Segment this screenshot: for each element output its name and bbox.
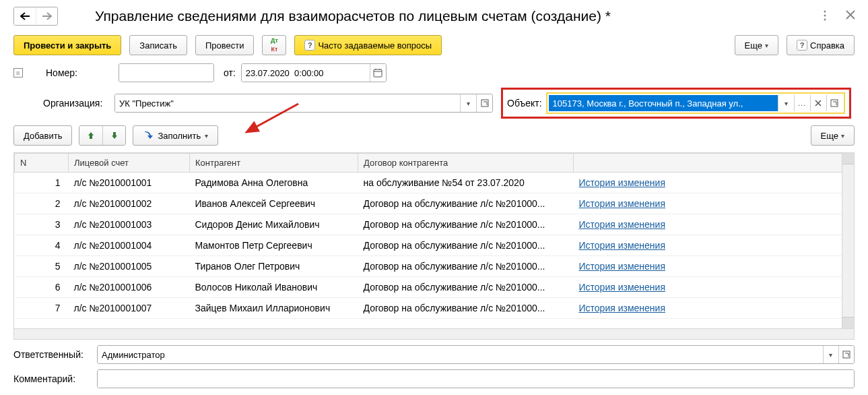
table-row[interactable]: 7л/с №2010001007Зайцев Михаил Илларионов… bbox=[15, 298, 854, 319]
cell-n: 1 bbox=[15, 173, 69, 193]
history-link[interactable]: История изменения bbox=[579, 198, 665, 209]
add-button[interactable]: Добавить bbox=[13, 125, 72, 146]
svg-point-2 bbox=[824, 19, 826, 21]
comment-field[interactable] bbox=[98, 370, 854, 388]
cell-account: л/с №2010001006 bbox=[69, 277, 190, 298]
cell-counterparty: Радимова Анна Олеговна bbox=[190, 173, 358, 193]
cell-history: История изменения bbox=[574, 173, 854, 193]
dt-label: Дт bbox=[271, 38, 278, 44]
history-link[interactable]: История изменения bbox=[579, 219, 665, 230]
responsible-open-button[interactable] bbox=[838, 346, 854, 363]
post-and-close-button[interactable]: Провести и закрыть bbox=[13, 35, 121, 55]
forward-button[interactable] bbox=[36, 7, 57, 25]
cell-account: л/с №2010001001 bbox=[69, 173, 190, 193]
org-field[interactable] bbox=[115, 94, 460, 112]
arrow-left-icon bbox=[20, 12, 30, 20]
vertical-scrollbar[interactable] bbox=[842, 153, 854, 328]
col-header-history[interactable] bbox=[574, 154, 854, 173]
question-icon: ? bbox=[797, 40, 807, 51]
org-open-button[interactable] bbox=[476, 94, 492, 112]
comment-field-group bbox=[97, 369, 855, 388]
object-label: Объект: bbox=[507, 98, 542, 109]
date-field[interactable] bbox=[242, 64, 370, 82]
post-button[interactable]: Провести bbox=[195, 35, 255, 55]
history-link[interactable]: История изменения bbox=[579, 240, 665, 251]
table-row[interactable]: 5л/с №2010001005Тиранов Олег ПетровичДог… bbox=[15, 256, 854, 277]
number-label: Номер: bbox=[46, 67, 79, 78]
arrow-right-icon bbox=[42, 12, 53, 20]
table-row[interactable]: 6л/с №2010001006Волосов Николай Иванович… bbox=[15, 277, 854, 298]
horizontal-scrollbar[interactable] bbox=[13, 329, 855, 340]
col-header-contract[interactable]: Договор контрагента bbox=[358, 154, 574, 173]
cell-n: 3 bbox=[15, 214, 69, 235]
cell-history: История изменения bbox=[574, 298, 854, 319]
chevron-down-icon: ▾ bbox=[841, 132, 844, 140]
dtkt-button[interactable]: Дт Кт bbox=[262, 35, 286, 55]
object-field[interactable] bbox=[549, 95, 778, 111]
object-field-wrap: ▾ ... bbox=[546, 92, 845, 114]
faq-button[interactable]: ? Часто задаваемые вопросы bbox=[294, 35, 442, 55]
move-buttons bbox=[79, 125, 126, 146]
cell-counterparty: Волосов Николай Иванович bbox=[190, 277, 358, 298]
faq-label: Часто задаваемые вопросы bbox=[318, 40, 432, 51]
nav-buttons bbox=[13, 7, 58, 26]
col-header-account[interactable]: Лицевой счет bbox=[69, 154, 190, 173]
cell-n: 6 bbox=[15, 277, 69, 298]
responsible-label: Ответственный: bbox=[13, 349, 93, 360]
table-row[interactable]: 3л/с №2010001003Сидоров Денис Михайлович… bbox=[15, 214, 854, 235]
object-highlight-box: Объект: ▾ ... bbox=[501, 88, 851, 119]
cell-account: л/с №2010001007 bbox=[69, 298, 190, 319]
table-row[interactable]: 2л/с №2010001002Иванов Алексей Сергеевич… bbox=[15, 193, 854, 214]
history-link[interactable]: История изменения bbox=[579, 282, 665, 293]
object-clear-button[interactable] bbox=[810, 95, 826, 111]
cell-contract: на обслуживание №54 от 23.07.2020 bbox=[358, 173, 574, 193]
open-icon bbox=[481, 99, 489, 107]
table-row[interactable]: 4л/с №2010001004Мамонтов Петр СергеевичД… bbox=[15, 235, 854, 256]
cell-contract: Договор на обслуживание л/с №201000... bbox=[358, 235, 574, 256]
history-link[interactable]: История изменения bbox=[579, 261, 665, 272]
cell-history: История изменения bbox=[574, 277, 854, 298]
cell-n: 2 bbox=[15, 193, 69, 214]
object-dropdown-button[interactable]: ▾ bbox=[778, 95, 794, 111]
move-up-button[interactable] bbox=[79, 126, 102, 145]
more-button[interactable]: Еще ▾ bbox=[735, 35, 778, 55]
help-button[interactable]: ? Справка bbox=[787, 35, 855, 55]
org-field-group: ▾ bbox=[114, 94, 493, 113]
fill-button[interactable]: Заполнить ▾ bbox=[133, 125, 218, 146]
org-dropdown-button[interactable]: ▾ bbox=[460, 94, 476, 112]
cell-contract: Договор на обслуживание л/с №201000... bbox=[358, 277, 574, 298]
responsible-field[interactable] bbox=[98, 346, 823, 363]
data-table: N Лицевой счет Контрагент Договор контра… bbox=[14, 153, 854, 319]
arrow-down-icon bbox=[110, 131, 119, 140]
page-title: Управление сведениями для взаиморасчетов… bbox=[95, 8, 824, 24]
number-field-group bbox=[119, 63, 214, 82]
back-button[interactable] bbox=[14, 7, 36, 25]
col-header-counterparty[interactable]: Контрагент bbox=[190, 154, 358, 173]
cell-n: 7 bbox=[15, 298, 69, 319]
calendar-button[interactable] bbox=[370, 64, 386, 82]
cell-history: История изменения bbox=[574, 235, 854, 256]
more-vertical-icon[interactable] bbox=[824, 10, 836, 22]
date-field-group bbox=[241, 63, 387, 82]
object-open-button[interactable] bbox=[826, 95, 842, 111]
table-row[interactable]: 1л/с №2010001001Радимова Анна Олеговнана… bbox=[15, 173, 854, 193]
cell-history: История изменения bbox=[574, 214, 854, 235]
history-link[interactable]: История изменения bbox=[579, 177, 665, 188]
cell-contract: Договор на обслуживание л/с №201000... bbox=[358, 193, 574, 214]
chevron-down-icon: ▾ bbox=[765, 42, 768, 49]
move-down-button[interactable] bbox=[102, 126, 125, 145]
cell-counterparty: Зайцев Михаил Илларионович bbox=[190, 298, 358, 319]
object-select-button[interactable]: ... bbox=[794, 95, 810, 111]
close-icon bbox=[815, 100, 822, 107]
number-field[interactable] bbox=[119, 64, 213, 82]
chevron-down-icon: ▾ bbox=[205, 132, 208, 140]
cell-contract: Договор на обслуживание л/с №201000... bbox=[358, 298, 574, 319]
svg-point-1 bbox=[824, 15, 826, 17]
table-more-button[interactable]: Еще ▾ bbox=[811, 125, 855, 146]
history-link[interactable]: История изменения bbox=[579, 303, 665, 313]
close-icon[interactable] bbox=[846, 10, 858, 22]
cell-counterparty: Тиранов Олег Петрович bbox=[190, 256, 358, 277]
responsible-dropdown-button[interactable]: ▾ bbox=[823, 346, 838, 363]
col-header-n[interactable]: N bbox=[15, 154, 69, 173]
write-button[interactable]: Записать bbox=[129, 35, 187, 55]
